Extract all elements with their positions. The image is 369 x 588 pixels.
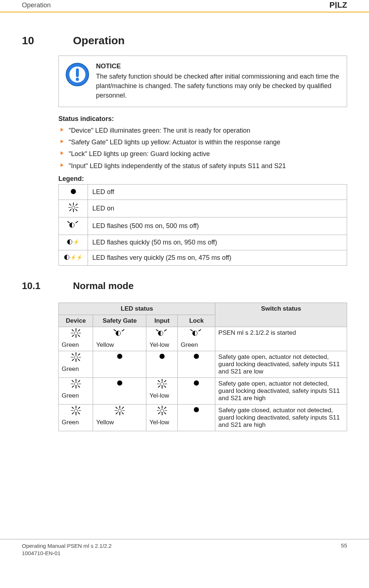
status-heading: Status indicators: [58, 115, 347, 123]
col-input: Input [146, 315, 178, 327]
cell-lock [178, 404, 215, 431]
table-row: Green Yellow Yel-low Green PSEN ml s 2.1… [59, 327, 347, 351]
svg-point-3 [76, 78, 79, 81]
led-flash-icon [114, 329, 126, 337]
footer-docid: 1004710-EN-01 [22, 550, 112, 557]
cell-input: Yel-low [146, 404, 178, 431]
cell-label: Green [62, 419, 90, 426]
cell-safety-gate [93, 378, 146, 404]
page-header: Operation PLZ [0, 0, 369, 12]
svg-rect-2 [76, 68, 79, 77]
col-device: Device [59, 315, 93, 327]
legend-desc: LED flashes very quickly (25 ms on, 475 … [88, 250, 347, 265]
list-item: "Safety Gate" LED lights up yellow: Actu… [58, 137, 347, 147]
led-on-icon [71, 407, 81, 415]
cell-safety-gate: Yellow [93, 327, 146, 351]
subsection-heading: 10.1 Normal mode [22, 280, 347, 292]
subsection-title: Normal mode [73, 280, 134, 292]
cell-lock [178, 378, 215, 404]
table-row: ⚡ LED flashes quickly (50 ms on, 950 ms … [59, 235, 347, 250]
normal-mode-table: LED status Switch status Device Safety G… [58, 303, 347, 431]
col-switch-status: Switch status [215, 303, 347, 327]
led-on-icon [59, 200, 88, 217]
col-group-led: LED status [59, 303, 215, 315]
list-item: "Input" LED lights independently of the … [58, 161, 347, 171]
cell-status: Safety gate open, actuator not detected,… [215, 378, 347, 404]
led-off-icon [194, 380, 199, 386]
notice-icon [65, 62, 89, 87]
section-title: Operation [73, 34, 125, 47]
legend-desc: LED on [88, 200, 347, 217]
subsection-number: 10.1 [22, 280, 58, 292]
cell-device: Green [59, 404, 93, 431]
legend-table: LED off LED on LED flashes (500 ms on, 5… [58, 184, 347, 266]
legend-desc: LED flashes quickly (50 ms on, 950 ms of… [88, 235, 347, 250]
cell-device: Green [59, 378, 93, 404]
led-on-icon [157, 380, 167, 388]
cell-label: Yellow [96, 419, 143, 426]
led-flash-icon [190, 329, 203, 337]
cell-lock: Green [178, 327, 215, 351]
status-list: "Device" LED illuminates green: The unit… [58, 126, 347, 170]
cell-status: PSEN ml s 2.1/2.2 is started [215, 327, 347, 351]
notice-text: The safety function should be checked af… [96, 72, 340, 100]
cell-label: Green [62, 392, 90, 399]
led-flash-icon [156, 329, 168, 337]
cell-label: Green [181, 341, 212, 349]
cell-label: Yel-low [149, 419, 174, 426]
col-safety-gate: Safety Gate [93, 315, 146, 327]
table-row: ⚡⚡ LED flashes very quickly (25 ms on, 4… [59, 250, 347, 265]
cell-label: Yel-low [149, 392, 174, 399]
table-row: Green Yel-low Safety gate open, actuator… [59, 378, 347, 404]
legend-desc: LED off [88, 184, 347, 200]
table-row: Green Safety gate open, actuator not det… [59, 351, 347, 378]
col-lock: Lock [178, 315, 215, 327]
cell-status: Safety gate closed, actuator not detecte… [215, 404, 347, 431]
led-flash-quick-icon: ⚡ [59, 235, 88, 250]
table-header-row: LED status Switch status [59, 303, 347, 315]
led-off-icon [194, 354, 199, 359]
legend-desc: LED flashes (500 ms on, 500 ms off) [88, 217, 347, 235]
cell-lock [178, 351, 215, 378]
section-heading: 10 Operation [22, 34, 347, 47]
cell-device: Green [59, 351, 93, 378]
cell-label: Yel-low [149, 341, 174, 349]
section-number: 10 [22, 34, 58, 47]
page-number: 55 [341, 542, 347, 557]
cell-input: Yel-low [146, 327, 178, 351]
led-on-icon [71, 329, 81, 337]
legend-heading: Legend: [58, 175, 347, 183]
cell-label: Green [62, 365, 90, 373]
led-flash-icon [59, 217, 88, 235]
led-on-icon [115, 407, 125, 415]
cell-safety-gate [93, 351, 146, 378]
cell-label: Green [62, 341, 90, 349]
table-row: LED flashes (500 ms on, 500 ms off) [59, 217, 347, 235]
notice-box: NOTICE The safety function should be che… [58, 56, 347, 107]
list-item: "Device" LED illuminates green: The unit… [58, 126, 347, 135]
led-off-icon [117, 354, 122, 359]
led-flash-very-quick-icon: ⚡⚡ [59, 250, 88, 265]
cell-input: Yel-low [146, 378, 178, 404]
led-on-icon [157, 407, 167, 415]
footer-manual: Operating Manual PSEN ml s 2.1/2.2 [22, 542, 112, 550]
led-off-icon [59, 184, 88, 200]
list-item: "Lock" LED lights up green: Guard lockin… [58, 149, 347, 159]
brand-logo: PLZ [329, 0, 347, 10]
cell-status: Safety gate open, actuator not detected,… [215, 351, 347, 378]
cell-device: Green [59, 327, 93, 351]
header-section: Operation [22, 1, 51, 9]
led-on-icon [71, 353, 81, 361]
table-row: LED off [59, 184, 347, 200]
table-row: Green Yellow Yel-low Safety gate closed,… [59, 404, 347, 431]
cell-safety-gate: Yellow [93, 404, 146, 431]
notice-title: NOTICE [96, 62, 340, 70]
cell-input [146, 351, 178, 378]
page-footer: Operating Manual PSEN ml s 2.1/2.2 10047… [0, 539, 369, 557]
led-off-icon [159, 354, 165, 359]
led-on-icon [71, 380, 81, 388]
cell-label: Yellow [96, 341, 143, 349]
table-row: LED on [59, 200, 347, 217]
led-off-icon [117, 380, 122, 386]
led-off-icon [194, 407, 199, 412]
